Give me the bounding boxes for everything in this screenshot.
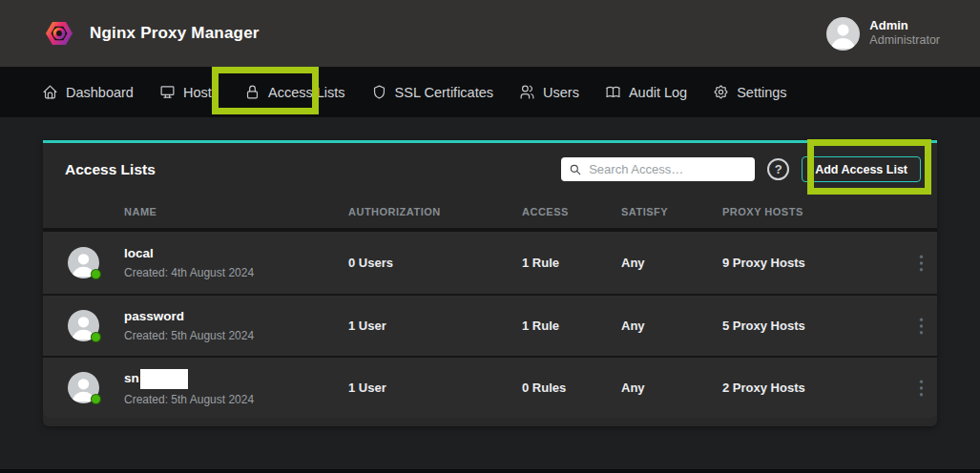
user-avatar [826,17,860,51]
name-cell: password Created: 5th August 2024 [43,309,348,341]
name-cell: sn Created: 5th August 2024 [43,369,348,406]
authorization-value: 1 User [348,380,522,395]
help-button[interactable]: ? [767,158,789,180]
table-row[interactable]: password Created: 5th August 2024 1 User… [43,294,937,356]
app-header: Nginx Proxy Manager Admin Administrator [0,0,980,67]
bottom-strip [0,469,980,473]
nav-item-dashboard[interactable]: Dashboard [42,84,134,100]
search-input[interactable] [589,162,747,176]
avatar [68,310,99,341]
online-status-dot [91,394,101,404]
table-header: NAME AUTHORIZATION ACCESS SATISFY PROXY … [43,195,937,232]
satisfy-value: Any [621,319,722,333]
name-cell: local Created: 4th August 2024 [43,246,348,278]
proxy-hosts-value: 9 Proxy Hosts [722,256,906,270]
online-status-dot [91,332,101,342]
nav-label: Audit Log [629,85,687,100]
authorization-value: 0 Users [348,256,522,270]
table-row[interactable]: sn Created: 5th August 2024 1 User 0 Rul… [43,356,937,418]
user-name: Admin [869,18,940,33]
row-actions-menu-button[interactable] [906,296,937,356]
avatar [68,372,99,403]
nav-label: SSL Certificates [395,85,493,100]
add-access-list-button[interactable]: Add Access List [802,156,921,182]
question-mark-icon: ? [775,162,782,176]
nav-item-users[interactable]: Users [519,84,579,100]
app-title: Nginx Proxy Manager [90,24,260,43]
avatar [68,247,99,278]
column-header-proxy-hosts: PROXY HOSTS [722,206,906,217]
main-nav: Dashboard Hosts Access Lists SSL Certifi… [0,67,980,117]
monitor-icon [159,84,176,100]
home-icon [42,84,58,100]
online-status-dot [91,269,101,279]
access-list-name: sn [124,369,254,389]
nav-label: Access Lists [268,85,345,100]
access-value: 0 Rules [522,380,621,395]
nav-item-audit-log[interactable]: Audit Log [605,84,687,100]
nav-label: Hosts [183,85,219,100]
proxy-hosts-value: 2 Proxy Hosts [722,380,906,395]
screen: Nginx Proxy Manager Admin Administrator … [0,0,980,473]
satisfy-value: Any [621,256,722,270]
panel-controls: ? Add Access List [561,156,921,182]
access-value: 1 Rule [522,319,621,333]
row-actions-menu-button[interactable] [906,358,937,418]
nav-label: Dashboard [66,85,134,100]
book-icon [605,84,621,100]
nav-label: Users [543,85,579,100]
column-header-authorization: AUTHORIZATION [348,206,522,217]
table-row[interactable]: local Created: 4th August 2024 0 Users 1… [43,232,937,294]
nav-item-hosts[interactable]: Hosts [159,84,219,100]
access-list-name: password [124,309,254,324]
user-text: Admin Administrator [869,18,940,49]
column-header-name: NAME [43,206,348,217]
search-icon [569,163,582,176]
nav-item-access-lists[interactable]: Access Lists [244,84,345,100]
nav-label: Settings [737,85,786,100]
authorization-value: 1 User [348,319,522,333]
brand: Nginx Proxy Manager [44,18,260,49]
panel-header: Access Lists ? Add Access List [43,143,937,195]
redaction-box [140,369,188,389]
access-lists-panel: Access Lists ? Add Access List NAME AUTH… [43,140,937,426]
search-box [561,157,755,181]
created-date: Created: 4th August 2024 [124,266,254,279]
row-actions-menu-button[interactable] [906,232,937,294]
app-logo-icon [44,18,74,49]
column-header-satisfy: SATISFY [621,206,722,217]
shield-icon [371,84,387,100]
column-header-access: ACCESS [522,206,621,217]
users-icon [519,84,535,100]
access-list-name: local [124,246,254,261]
nav-item-ssl-certificates[interactable]: SSL Certificates [371,84,493,100]
access-value: 1 Rule [522,256,621,270]
gear-icon [713,84,729,100]
nav-item-settings[interactable]: Settings [713,84,786,100]
satisfy-value: Any [621,380,722,395]
created-date: Created: 5th August 2024 [124,393,254,406]
user-role: Administrator [869,33,940,49]
created-date: Created: 5th August 2024 [124,329,254,342]
lock-icon [244,84,261,100]
proxy-hosts-value: 5 Proxy Hosts [722,319,906,333]
page-title: Access Lists [65,161,156,178]
user-menu[interactable]: Admin Administrator [826,17,940,51]
